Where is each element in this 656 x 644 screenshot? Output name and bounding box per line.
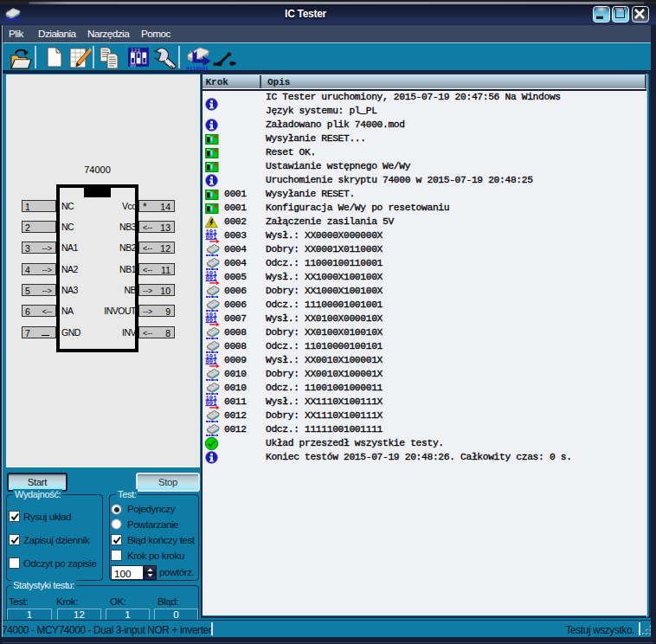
svg-text:0/0: 0/0 <box>131 63 137 68</box>
svg-text:1 2 3: 1 2 3 <box>132 48 141 53</box>
